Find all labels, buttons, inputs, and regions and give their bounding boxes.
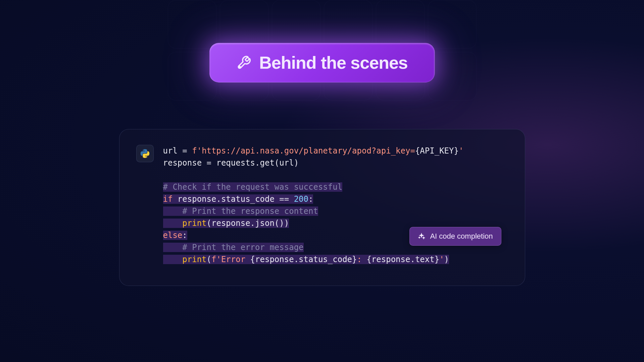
ai-code-completion-tooltip[interactable]: AI code completion	[409, 227, 501, 246]
grid-tile	[428, 52, 477, 101]
python-logo-icon	[140, 148, 150, 159]
code-line-5: if response.status_code == 200:	[163, 193, 464, 205]
grid-tile	[428, 0, 477, 49]
code-line-2: response = requests.get(url)	[163, 157, 464, 169]
code-line-1: url = f'https://api.nasa.gov/planetary/a…	[163, 145, 464, 157]
sparkles-icon	[418, 233, 425, 240]
grid-tile	[220, 0, 268, 49]
banner-title: Behind the scenes	[259, 53, 407, 73]
grid-tile	[376, 0, 425, 49]
code-line-10: print(f'Error {response.status_code}: {r…	[163, 253, 464, 265]
code-line-4: # Check if the request was successful	[163, 181, 464, 193]
header-banner: Behind the scenes	[209, 43, 435, 82]
code-line-3	[163, 169, 464, 181]
code-line-6: # Print the response content	[163, 205, 464, 217]
grid-tile	[272, 0, 320, 49]
ai-tooltip-label: AI code completion	[430, 232, 493, 241]
tools-icon	[236, 55, 251, 70]
svg-point-0	[239, 66, 240, 68]
code-panel: url = f'https://api.nasa.gov/planetary/a…	[119, 129, 525, 286]
grid-tile	[168, 0, 216, 49]
grid-tile	[324, 0, 373, 49]
code-block: url = f'https://api.nasa.gov/planetary/a…	[163, 145, 464, 265]
python-language-badge	[136, 145, 154, 162]
